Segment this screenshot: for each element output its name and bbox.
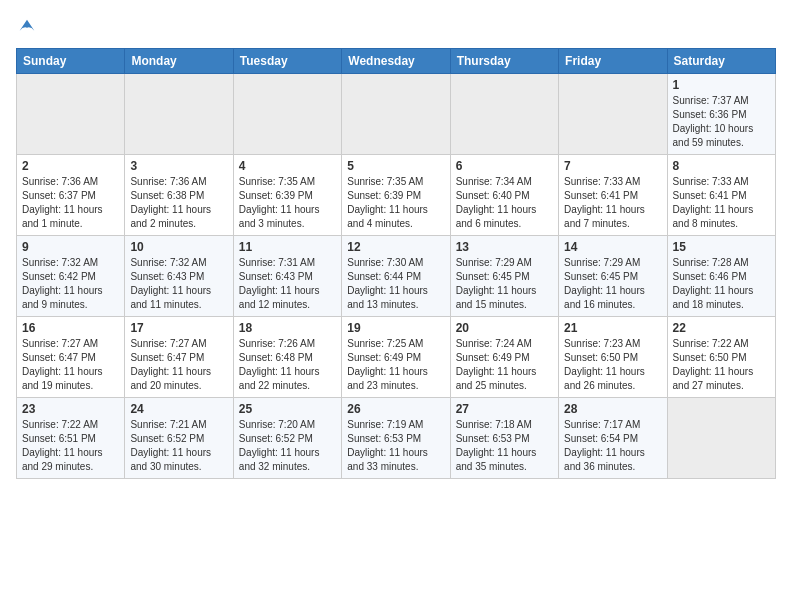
weekday-header-wednesday: Wednesday xyxy=(342,49,450,74)
day-number: 21 xyxy=(564,321,661,335)
weekday-header-thursday: Thursday xyxy=(450,49,558,74)
calendar-cell: 26Sunrise: 7:19 AM Sunset: 6:53 PM Dayli… xyxy=(342,398,450,479)
day-number: 7 xyxy=(564,159,661,173)
day-number: 28 xyxy=(564,402,661,416)
calendar-week-row: 9Sunrise: 7:32 AM Sunset: 6:42 PM Daylig… xyxy=(17,236,776,317)
day-info: Sunrise: 7:32 AM Sunset: 6:43 PM Dayligh… xyxy=(130,256,227,312)
calendar-cell: 8Sunrise: 7:33 AM Sunset: 6:41 PM Daylig… xyxy=(667,155,775,236)
day-number: 2 xyxy=(22,159,119,173)
day-number: 25 xyxy=(239,402,336,416)
day-number: 27 xyxy=(456,402,553,416)
calendar-table: SundayMondayTuesdayWednesdayThursdayFrid… xyxy=(16,48,776,479)
day-info: Sunrise: 7:27 AM Sunset: 6:47 PM Dayligh… xyxy=(130,337,227,393)
calendar-cell: 19Sunrise: 7:25 AM Sunset: 6:49 PM Dayli… xyxy=(342,317,450,398)
calendar-cell: 4Sunrise: 7:35 AM Sunset: 6:39 PM Daylig… xyxy=(233,155,341,236)
weekday-header-sunday: Sunday xyxy=(17,49,125,74)
day-info: Sunrise: 7:29 AM Sunset: 6:45 PM Dayligh… xyxy=(456,256,553,312)
weekday-header-tuesday: Tuesday xyxy=(233,49,341,74)
calendar-cell xyxy=(559,74,667,155)
calendar-cell: 16Sunrise: 7:27 AM Sunset: 6:47 PM Dayli… xyxy=(17,317,125,398)
calendar-cell: 11Sunrise: 7:31 AM Sunset: 6:43 PM Dayli… xyxy=(233,236,341,317)
day-number: 26 xyxy=(347,402,444,416)
calendar-cell: 6Sunrise: 7:34 AM Sunset: 6:40 PM Daylig… xyxy=(450,155,558,236)
calendar-cell: 2Sunrise: 7:36 AM Sunset: 6:37 PM Daylig… xyxy=(17,155,125,236)
day-number: 12 xyxy=(347,240,444,254)
calendar-week-row: 16Sunrise: 7:27 AM Sunset: 6:47 PM Dayli… xyxy=(17,317,776,398)
day-number: 16 xyxy=(22,321,119,335)
day-number: 18 xyxy=(239,321,336,335)
day-info: Sunrise: 7:31 AM Sunset: 6:43 PM Dayligh… xyxy=(239,256,336,312)
day-info: Sunrise: 7:22 AM Sunset: 6:50 PM Dayligh… xyxy=(673,337,770,393)
day-number: 3 xyxy=(130,159,227,173)
calendar-cell: 18Sunrise: 7:26 AM Sunset: 6:48 PM Dayli… xyxy=(233,317,341,398)
calendar-cell: 17Sunrise: 7:27 AM Sunset: 6:47 PM Dayli… xyxy=(125,317,233,398)
day-info: Sunrise: 7:29 AM Sunset: 6:45 PM Dayligh… xyxy=(564,256,661,312)
weekday-header-row: SundayMondayTuesdayWednesdayThursdayFrid… xyxy=(17,49,776,74)
logo xyxy=(16,16,40,42)
day-info: Sunrise: 7:25 AM Sunset: 6:49 PM Dayligh… xyxy=(347,337,444,393)
calendar-cell xyxy=(450,74,558,155)
calendar-cell xyxy=(125,74,233,155)
day-info: Sunrise: 7:36 AM Sunset: 6:38 PM Dayligh… xyxy=(130,175,227,231)
calendar-cell: 10Sunrise: 7:32 AM Sunset: 6:43 PM Dayli… xyxy=(125,236,233,317)
day-number: 14 xyxy=(564,240,661,254)
day-info: Sunrise: 7:34 AM Sunset: 6:40 PM Dayligh… xyxy=(456,175,553,231)
day-info: Sunrise: 7:24 AM Sunset: 6:49 PM Dayligh… xyxy=(456,337,553,393)
day-number: 17 xyxy=(130,321,227,335)
calendar-cell: 14Sunrise: 7:29 AM Sunset: 6:45 PM Dayli… xyxy=(559,236,667,317)
day-info: Sunrise: 7:17 AM Sunset: 6:54 PM Dayligh… xyxy=(564,418,661,474)
day-info: Sunrise: 7:26 AM Sunset: 6:48 PM Dayligh… xyxy=(239,337,336,393)
calendar-cell: 27Sunrise: 7:18 AM Sunset: 6:53 PM Dayli… xyxy=(450,398,558,479)
day-info: Sunrise: 7:32 AM Sunset: 6:42 PM Dayligh… xyxy=(22,256,119,312)
day-number: 23 xyxy=(22,402,119,416)
calendar-cell: 3Sunrise: 7:36 AM Sunset: 6:38 PM Daylig… xyxy=(125,155,233,236)
calendar-week-row: 23Sunrise: 7:22 AM Sunset: 6:51 PM Dayli… xyxy=(17,398,776,479)
day-info: Sunrise: 7:35 AM Sunset: 6:39 PM Dayligh… xyxy=(347,175,444,231)
day-info: Sunrise: 7:36 AM Sunset: 6:37 PM Dayligh… xyxy=(22,175,119,231)
page-header xyxy=(16,16,776,42)
day-number: 4 xyxy=(239,159,336,173)
day-number: 1 xyxy=(673,78,770,92)
day-number: 20 xyxy=(456,321,553,335)
weekday-header-saturday: Saturday xyxy=(667,49,775,74)
day-number: 13 xyxy=(456,240,553,254)
day-info: Sunrise: 7:35 AM Sunset: 6:39 PM Dayligh… xyxy=(239,175,336,231)
day-number: 22 xyxy=(673,321,770,335)
day-info: Sunrise: 7:22 AM Sunset: 6:51 PM Dayligh… xyxy=(22,418,119,474)
calendar-cell: 20Sunrise: 7:24 AM Sunset: 6:49 PM Dayli… xyxy=(450,317,558,398)
calendar-cell: 13Sunrise: 7:29 AM Sunset: 6:45 PM Dayli… xyxy=(450,236,558,317)
calendar-cell: 7Sunrise: 7:33 AM Sunset: 6:41 PM Daylig… xyxy=(559,155,667,236)
day-number: 6 xyxy=(456,159,553,173)
calendar-cell: 24Sunrise: 7:21 AM Sunset: 6:52 PM Dayli… xyxy=(125,398,233,479)
calendar-cell xyxy=(667,398,775,479)
calendar-cell: 5Sunrise: 7:35 AM Sunset: 6:39 PM Daylig… xyxy=(342,155,450,236)
calendar-cell: 28Sunrise: 7:17 AM Sunset: 6:54 PM Dayli… xyxy=(559,398,667,479)
day-info: Sunrise: 7:20 AM Sunset: 6:52 PM Dayligh… xyxy=(239,418,336,474)
weekday-header-friday: Friday xyxy=(559,49,667,74)
day-number: 19 xyxy=(347,321,444,335)
calendar-cell xyxy=(17,74,125,155)
day-info: Sunrise: 7:21 AM Sunset: 6:52 PM Dayligh… xyxy=(130,418,227,474)
day-info: Sunrise: 7:33 AM Sunset: 6:41 PM Dayligh… xyxy=(673,175,770,231)
calendar-cell: 25Sunrise: 7:20 AM Sunset: 6:52 PM Dayli… xyxy=(233,398,341,479)
day-info: Sunrise: 7:23 AM Sunset: 6:50 PM Dayligh… xyxy=(564,337,661,393)
calendar-cell: 23Sunrise: 7:22 AM Sunset: 6:51 PM Dayli… xyxy=(17,398,125,479)
day-info: Sunrise: 7:19 AM Sunset: 6:53 PM Dayligh… xyxy=(347,418,444,474)
calendar-cell: 1Sunrise: 7:37 AM Sunset: 6:36 PM Daylig… xyxy=(667,74,775,155)
calendar-cell: 9Sunrise: 7:32 AM Sunset: 6:42 PM Daylig… xyxy=(17,236,125,317)
day-number: 24 xyxy=(130,402,227,416)
calendar-cell: 22Sunrise: 7:22 AM Sunset: 6:50 PM Dayli… xyxy=(667,317,775,398)
day-info: Sunrise: 7:37 AM Sunset: 6:36 PM Dayligh… xyxy=(673,94,770,150)
day-info: Sunrise: 7:33 AM Sunset: 6:41 PM Dayligh… xyxy=(564,175,661,231)
day-info: Sunrise: 7:27 AM Sunset: 6:47 PM Dayligh… xyxy=(22,337,119,393)
day-number: 9 xyxy=(22,240,119,254)
calendar-cell: 21Sunrise: 7:23 AM Sunset: 6:50 PM Dayli… xyxy=(559,317,667,398)
weekday-header-monday: Monday xyxy=(125,49,233,74)
calendar-cell: 15Sunrise: 7:28 AM Sunset: 6:46 PM Dayli… xyxy=(667,236,775,317)
day-info: Sunrise: 7:18 AM Sunset: 6:53 PM Dayligh… xyxy=(456,418,553,474)
calendar-cell: 12Sunrise: 7:30 AM Sunset: 6:44 PM Dayli… xyxy=(342,236,450,317)
calendar-week-row: 2Sunrise: 7:36 AM Sunset: 6:37 PM Daylig… xyxy=(17,155,776,236)
day-number: 15 xyxy=(673,240,770,254)
day-info: Sunrise: 7:30 AM Sunset: 6:44 PM Dayligh… xyxy=(347,256,444,312)
calendar-cell xyxy=(342,74,450,155)
